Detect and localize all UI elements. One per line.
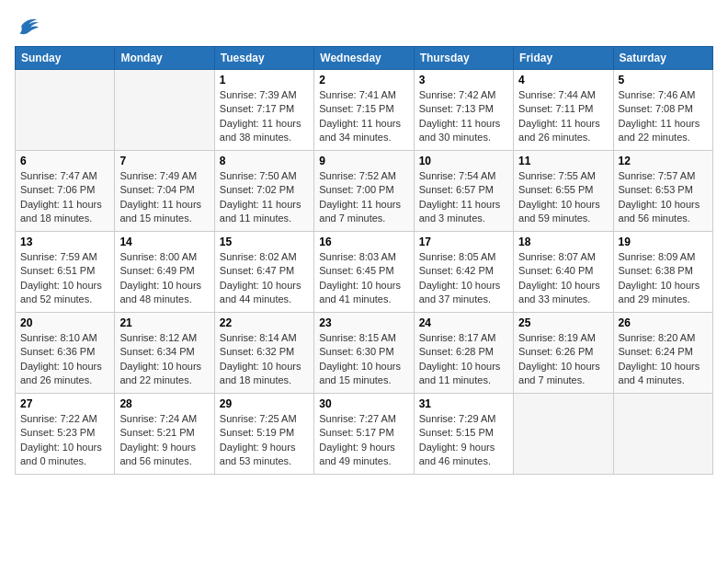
day-number: 27 <box>20 397 109 410</box>
day-detail: Sunrise: 7:42 AM Sunset: 7:13 PM Dayligh… <box>419 88 508 145</box>
day-number: 31 <box>419 397 508 410</box>
day-detail: Sunrise: 8:02 AM Sunset: 6:47 PM Dayligh… <box>220 250 309 307</box>
calendar-cell: 2Sunrise: 7:41 AM Sunset: 7:15 PM Daylig… <box>314 70 414 151</box>
day-detail: Sunrise: 7:41 AM Sunset: 7:15 PM Dayligh… <box>319 88 408 145</box>
calendar-week-row: 6Sunrise: 7:47 AM Sunset: 7:06 PM Daylig… <box>16 151 713 232</box>
calendar-cell: 29Sunrise: 7:25 AM Sunset: 5:19 PM Dayli… <box>214 394 313 475</box>
day-detail: Sunrise: 7:50 AM Sunset: 7:02 PM Dayligh… <box>220 169 309 226</box>
day-number: 10 <box>419 155 508 167</box>
calendar-cell: 19Sunrise: 8:09 AM Sunset: 6:38 PM Dayli… <box>613 232 712 313</box>
day-detail: Sunrise: 7:46 AM Sunset: 7:08 PM Dayligh… <box>619 88 708 145</box>
calendar-cell: 24Sunrise: 8:17 AM Sunset: 6:28 PM Dayli… <box>414 313 513 394</box>
day-number: 17 <box>419 236 508 248</box>
day-number: 16 <box>319 236 408 248</box>
day-number: 1 <box>220 74 309 86</box>
day-detail: Sunrise: 7:57 AM Sunset: 6:53 PM Dayligh… <box>619 169 708 226</box>
calendar-cell: 23Sunrise: 8:15 AM Sunset: 6:30 PM Dayli… <box>314 313 414 394</box>
day-number: 9 <box>319 155 408 167</box>
day-number: 29 <box>220 397 309 410</box>
day-number: 5 <box>619 74 708 86</box>
day-number: 25 <box>518 316 608 329</box>
day-number: 11 <box>518 155 608 167</box>
calendar-cell: 14Sunrise: 8:00 AM Sunset: 6:49 PM Dayli… <box>115 232 214 313</box>
day-number: 24 <box>419 316 508 329</box>
weekday-header: Monday <box>115 47 214 70</box>
calendar-cell: 10Sunrise: 7:54 AM Sunset: 6:57 PM Dayli… <box>414 151 513 232</box>
weekday-header: Friday <box>514 47 613 70</box>
day-detail: Sunrise: 7:44 AM Sunset: 7:11 PM Dayligh… <box>518 88 608 145</box>
calendar-week-row: 27Sunrise: 7:22 AM Sunset: 5:23 PM Dayli… <box>16 394 713 475</box>
calendar-cell: 17Sunrise: 8:05 AM Sunset: 6:42 PM Dayli… <box>414 232 513 313</box>
calendar-table: SundayMondayTuesdayWednesdayThursdayFrid… <box>15 46 713 475</box>
day-number: 21 <box>119 316 209 329</box>
calendar-cell: 15Sunrise: 8:02 AM Sunset: 6:47 PM Dayli… <box>214 232 313 313</box>
day-number: 30 <box>319 397 408 410</box>
calendar-cell <box>16 70 115 151</box>
day-number: 13 <box>20 236 109 248</box>
calendar-cell: 5Sunrise: 7:46 AM Sunset: 7:08 PM Daylig… <box>613 70 712 151</box>
day-number: 18 <box>518 236 608 248</box>
day-number: 20 <box>20 316 109 329</box>
day-detail: Sunrise: 8:09 AM Sunset: 6:38 PM Dayligh… <box>619 250 708 307</box>
calendar-cell: 26Sunrise: 8:20 AM Sunset: 6:24 PM Dayli… <box>613 313 712 394</box>
day-detail: Sunrise: 8:20 AM Sunset: 6:24 PM Dayligh… <box>619 331 708 388</box>
day-detail: Sunrise: 7:25 AM Sunset: 5:19 PM Dayligh… <box>220 412 309 469</box>
day-number: 2 <box>319 74 408 86</box>
calendar-cell: 1Sunrise: 7:39 AM Sunset: 7:17 PM Daylig… <box>214 70 313 151</box>
calendar-week-row: 1Sunrise: 7:39 AM Sunset: 7:17 PM Daylig… <box>16 70 713 151</box>
day-detail: Sunrise: 7:29 AM Sunset: 5:15 PM Dayligh… <box>419 412 508 469</box>
weekday-header-row: SundayMondayTuesdayWednesdayThursdayFrid… <box>16 47 713 70</box>
calendar-cell <box>613 394 712 475</box>
calendar-cell: 4Sunrise: 7:44 AM Sunset: 7:11 PM Daylig… <box>514 70 613 151</box>
day-number: 23 <box>319 316 408 329</box>
day-detail: Sunrise: 7:55 AM Sunset: 6:55 PM Dayligh… <box>518 169 608 226</box>
day-number: 14 <box>119 236 209 248</box>
calendar-cell: 16Sunrise: 8:03 AM Sunset: 6:45 PM Dayli… <box>314 232 414 313</box>
calendar-cell: 31Sunrise: 7:29 AM Sunset: 5:15 PM Dayli… <box>414 394 513 475</box>
calendar-cell: 25Sunrise: 8:19 AM Sunset: 6:26 PM Dayli… <box>514 313 613 394</box>
calendar-cell: 28Sunrise: 7:24 AM Sunset: 5:21 PM Dayli… <box>115 394 214 475</box>
calendar-cell: 22Sunrise: 8:14 AM Sunset: 6:32 PM Dayli… <box>214 313 313 394</box>
day-number: 19 <box>619 236 708 248</box>
day-detail: Sunrise: 7:49 AM Sunset: 7:04 PM Dayligh… <box>119 169 209 226</box>
day-number: 28 <box>119 397 209 410</box>
day-detail: Sunrise: 8:10 AM Sunset: 6:36 PM Dayligh… <box>20 331 109 388</box>
calendar-cell: 11Sunrise: 7:55 AM Sunset: 6:55 PM Dayli… <box>514 151 613 232</box>
day-number: 8 <box>220 155 309 167</box>
day-detail: Sunrise: 7:52 AM Sunset: 7:00 PM Dayligh… <box>319 169 408 226</box>
day-detail: Sunrise: 8:05 AM Sunset: 6:42 PM Dayligh… <box>419 250 508 307</box>
calendar-cell: 13Sunrise: 7:59 AM Sunset: 6:51 PM Dayli… <box>16 232 115 313</box>
calendar-cell <box>514 394 613 475</box>
day-number: 7 <box>119 155 209 167</box>
calendar-cell: 18Sunrise: 8:07 AM Sunset: 6:40 PM Dayli… <box>514 232 613 313</box>
day-detail: Sunrise: 7:47 AM Sunset: 7:06 PM Dayligh… <box>20 169 109 226</box>
calendar-cell: 6Sunrise: 7:47 AM Sunset: 7:06 PM Daylig… <box>16 151 115 232</box>
calendar-week-row: 20Sunrise: 8:10 AM Sunset: 6:36 PM Dayli… <box>16 313 713 394</box>
calendar-cell: 30Sunrise: 7:27 AM Sunset: 5:17 PM Dayli… <box>314 394 414 475</box>
day-detail: Sunrise: 8:14 AM Sunset: 6:32 PM Dayligh… <box>220 331 309 388</box>
calendar-cell: 20Sunrise: 8:10 AM Sunset: 6:36 PM Dayli… <box>16 313 115 394</box>
day-number: 3 <box>419 74 508 86</box>
weekday-header: Sunday <box>16 47 115 70</box>
weekday-header: Tuesday <box>214 47 313 70</box>
weekday-header: Thursday <box>414 47 513 70</box>
day-detail: Sunrise: 8:03 AM Sunset: 6:45 PM Dayligh… <box>319 250 408 307</box>
logo-bird-icon <box>15 15 40 37</box>
day-number: 26 <box>619 316 708 329</box>
day-number: 12 <box>619 155 708 167</box>
day-detail: Sunrise: 8:07 AM Sunset: 6:40 PM Dayligh… <box>518 250 608 307</box>
day-detail: Sunrise: 7:22 AM Sunset: 5:23 PM Dayligh… <box>20 412 109 469</box>
logo <box>15 15 44 37</box>
day-detail: Sunrise: 8:12 AM Sunset: 6:34 PM Dayligh… <box>119 331 209 388</box>
day-detail: Sunrise: 8:00 AM Sunset: 6:49 PM Dayligh… <box>119 250 209 307</box>
day-detail: Sunrise: 7:54 AM Sunset: 6:57 PM Dayligh… <box>419 169 508 226</box>
calendar-cell: 7Sunrise: 7:49 AM Sunset: 7:04 PM Daylig… <box>115 151 214 232</box>
calendar-cell: 27Sunrise: 7:22 AM Sunset: 5:23 PM Dayli… <box>16 394 115 475</box>
calendar-cell: 8Sunrise: 7:50 AM Sunset: 7:02 PM Daylig… <box>214 151 313 232</box>
day-detail: Sunrise: 8:19 AM Sunset: 6:26 PM Dayligh… <box>518 331 608 388</box>
calendar-cell: 21Sunrise: 8:12 AM Sunset: 6:34 PM Dayli… <box>115 313 214 394</box>
day-detail: Sunrise: 8:17 AM Sunset: 6:28 PM Dayligh… <box>419 331 508 388</box>
calendar-cell <box>115 70 214 151</box>
day-detail: Sunrise: 7:27 AM Sunset: 5:17 PM Dayligh… <box>319 412 408 469</box>
calendar-cell: 9Sunrise: 7:52 AM Sunset: 7:00 PM Daylig… <box>314 151 414 232</box>
